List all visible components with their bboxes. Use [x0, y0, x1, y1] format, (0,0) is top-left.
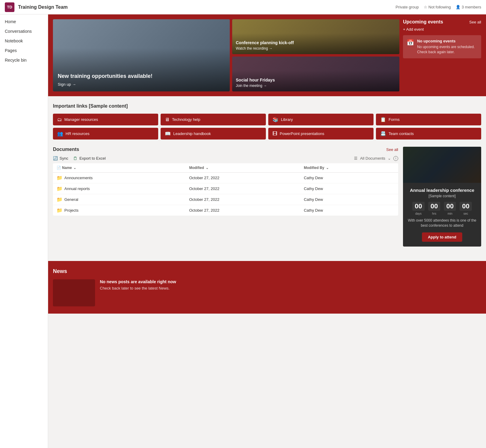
col-header-name[interactable]: 📄 Name ⌄: [53, 163, 186, 173]
documents-toolbar: 🔄 Sync 🗒 Export to Excel ☰ All Documents…: [53, 156, 398, 161]
doc-name-cell: 📁 Annual reports: [53, 183, 186, 194]
no-news-title: No news posts are available right now: [100, 279, 176, 284]
no-events-title: No upcoming events: [417, 39, 478, 43]
site-title: Training Design Team: [18, 5, 395, 10]
filter-label[interactable]: All Documents: [360, 156, 385, 161]
links-grid: 🗂 Manager resources 🖥 Technology help 📚 …: [53, 114, 481, 140]
export-excel-button[interactable]: 🗒 Export to Excel: [73, 156, 106, 161]
sidebar-item-notebook[interactable]: Notebook: [0, 36, 48, 46]
filter-icon: ☰: [354, 156, 358, 161]
leadership-handbook-icon: 📖: [165, 131, 171, 137]
hero-link-left[interactable]: Sign up →: [58, 82, 152, 87]
excel-icon: 🗒: [73, 156, 78, 161]
sidebar-item-conversations[interactable]: Conversations: [0, 26, 48, 36]
no-news-desc: Check back later to see the latest News.: [100, 286, 176, 290]
table-header-row: 📄 Name ⌄ Modified ⌄ Modified By: [53, 163, 398, 173]
doc-modified-by-cell: Cathy Dew: [300, 183, 398, 194]
countdown-item: 00 min: [444, 202, 456, 216]
hero-content-left: New training opportunities available! Si…: [58, 73, 152, 87]
hero-right-stack: Conference planning kick-off Watch the r…: [232, 19, 399, 91]
countdown-number: 00: [412, 202, 424, 211]
doc-name-cell: 📁 Projects: [53, 205, 186, 216]
conference-subtitle: [Sample content]: [408, 194, 476, 198]
docs-filter-right: ☰ All Documents ⌄ i: [354, 156, 398, 161]
link-leadership-handbook[interactable]: 📖 Leadership handbook: [161, 128, 266, 140]
upcoming-events-see-all[interactable]: See all: [469, 20, 481, 24]
documents-header: Documents See all: [53, 147, 398, 152]
sync-button[interactable]: 🔄 Sync: [53, 156, 68, 161]
hero-card-social-link[interactable]: Join the meeting →: [236, 84, 275, 88]
following-button[interactable]: ☆ Not following: [424, 5, 451, 9]
countdown-timer: 00 days 00 hrs 00 min 00 sec: [408, 202, 476, 216]
link-manager-resources[interactable]: 🗂 Manager resources: [53, 114, 158, 125]
page-content: Important links [Sample content] 🗂 Manag…: [48, 96, 486, 261]
table-row[interactable]: 📁 Projects October 27, 2022 Cathy Dew: [53, 205, 398, 216]
countdown-number: 00: [460, 202, 472, 211]
countdown-item: 00 sec: [460, 202, 472, 216]
table-row[interactable]: 📁 Announcements October 27, 2022 Cathy D…: [53, 173, 398, 183]
link-forms[interactable]: 📋 Forms: [376, 114, 481, 125]
star-icon: ☆: [424, 5, 427, 9]
library-icon: 📚: [272, 117, 278, 122]
table-row[interactable]: 📁 General October 27, 2022 Cathy Dew: [53, 194, 398, 205]
link-technology-help[interactable]: 🖥 Technology help: [161, 114, 266, 125]
news-text: No news posts are available right now Ch…: [100, 279, 176, 290]
folder-icon: 📁: [57, 197, 63, 202]
hero-card-conf-title: Conference planning kick-off: [236, 40, 294, 45]
col-header-modified-by[interactable]: Modified By ⌄: [300, 163, 398, 173]
apply-to-attend-button[interactable]: Apply to attend: [422, 232, 463, 242]
documents-see-all[interactable]: See all: [386, 147, 398, 152]
col-header-modified[interactable]: Modified ⌄: [186, 163, 300, 173]
link-hr-resources[interactable]: 👥 HR resources: [53, 128, 158, 140]
forms-icon: 📋: [380, 117, 386, 122]
info-icon: i: [393, 156, 398, 161]
news-placeholder-image: [53, 279, 95, 306]
technology-help-icon: 🖥: [165, 117, 170, 122]
upcoming-events-header: Upcoming events See all: [403, 19, 481, 25]
docs-and-conference: Documents See all 🔄 Sync 🗒 Export to Exc…: [53, 147, 481, 247]
countdown-label: hrs: [432, 212, 436, 215]
conference-desc: With over 5000 attendees this is one of …: [408, 218, 476, 228]
powerpoint-icon: 🎞: [272, 131, 277, 137]
sidebar-item-recycle-bin[interactable]: Recycle bin: [0, 55, 48, 65]
conference-image-overlay: [403, 147, 481, 183]
modified-sort-icon: ⌄: [206, 166, 208, 170]
hero-card-conference: Conference planning kick-off Watch the r…: [232, 19, 399, 54]
members-label[interactable]: 👤 3 members: [456, 5, 481, 9]
folder-icon: 📁: [57, 175, 63, 181]
header-actions: Private group ☆ Not following 👤 3 member…: [395, 5, 481, 9]
documents-table: 📄 Name ⌄ Modified ⌄ Modified By: [53, 163, 398, 216]
countdown-number: 00: [444, 202, 456, 211]
documents-title: Documents: [53, 147, 79, 152]
documents-section: Documents See all 🔄 Sync 🗒 Export to Exc…: [53, 147, 398, 247]
news-title: News: [53, 268, 481, 275]
no-events-desc: No upcoming events are scheduled. Check …: [417, 44, 478, 55]
conference-image: [403, 147, 481, 183]
add-event-button[interactable]: + Add event: [403, 27, 481, 32]
sidebar: Home Conversations Notebook Pages Recycl…: [0, 14, 48, 448]
upcoming-events-title: Upcoming events: [403, 19, 443, 25]
hero-card-conf-link[interactable]: Watch the recording →: [236, 46, 294, 51]
doc-modified-cell: October 27, 2022: [186, 205, 300, 216]
hero-card-social: Social hour Fridays Join the meeting →: [232, 57, 399, 91]
news-content: No news posts are available right now Ch…: [53, 279, 481, 306]
doc-modified-cell: October 27, 2022: [186, 194, 300, 205]
conference-title: Annual leadership conference: [408, 188, 476, 193]
upcoming-events-panel: Upcoming events See all + Add event 📅 No…: [403, 19, 481, 91]
conference-card-content: Annual leadership conference [Sample con…: [403, 183, 481, 247]
doc-modified-cell: October 27, 2022: [186, 173, 300, 183]
table-row[interactable]: 📁 Annual reports October 27, 2022 Cathy …: [53, 183, 398, 194]
sidebar-item-home[interactable]: Home: [0, 17, 48, 26]
hero-images: New training opportunities available! Si…: [53, 19, 399, 91]
important-links-section: Important links [Sample content] 🗂 Manag…: [53, 103, 481, 140]
no-events-card: 📅 No upcoming events No upcoming events …: [403, 35, 481, 58]
hero-title-left: New training opportunities available!: [58, 73, 152, 80]
hero-section: New training opportunities available! Si…: [48, 14, 486, 96]
calendar-icon: 📅: [407, 39, 414, 46]
hero-card-social-title: Social hour Fridays: [236, 78, 275, 82]
link-powerpoint-presentations[interactable]: 🎞 PowerPoint presentations: [268, 128, 374, 140]
sidebar-item-pages[interactable]: Pages: [0, 46, 48, 55]
team-contacts-icon: 📇: [380, 131, 386, 137]
link-library[interactable]: 📚 Library: [268, 114, 374, 125]
link-team-contacts[interactable]: 📇 Team contacts: [376, 128, 481, 140]
